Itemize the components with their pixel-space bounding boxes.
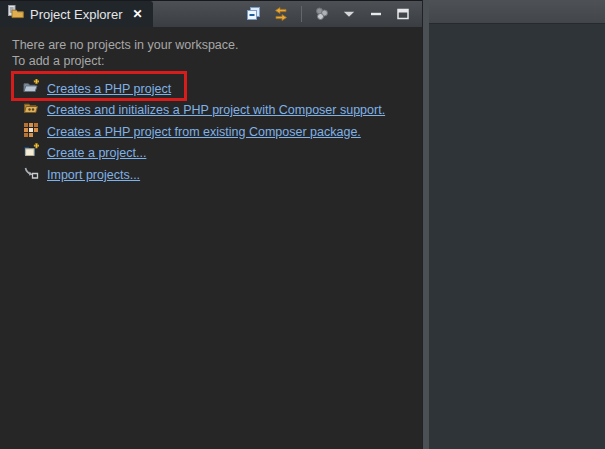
- link-create-composer-php-project[interactable]: Creates and initializes a PHP project wi…: [47, 103, 385, 117]
- project-explorer-icon: [8, 4, 24, 24]
- new-php-project-icon: [23, 79, 39, 99]
- minimize-icon[interactable]: [367, 5, 385, 23]
- link-create-from-composer-package[interactable]: Creates a PHP project from existing Comp…: [47, 125, 361, 139]
- list-item: Import projects...: [12, 164, 410, 186]
- import-projects-icon: [23, 165, 39, 185]
- link-create-php-project[interactable]: Creates a PHP project: [47, 82, 171, 96]
- collapse-all-icon[interactable]: [245, 5, 263, 23]
- workbench: Project Explorer ✕: [0, 0, 605, 449]
- composer-package-icon: [23, 122, 39, 142]
- link-with-editor-icon[interactable]: [272, 5, 290, 23]
- list-item: Creates a PHP project: [12, 78, 410, 100]
- tab-label: Project Explorer: [30, 7, 122, 22]
- toolbar-separator: [301, 6, 302, 22]
- explorer-content: There are no projects in your workspace.…: [0, 27, 422, 186]
- link-import-projects[interactable]: Import projects...: [47, 168, 140, 182]
- link-create-project[interactable]: Create a project...: [47, 146, 146, 160]
- panel-sash[interactable]: [422, 0, 429, 449]
- focus-icon[interactable]: [313, 5, 331, 23]
- project-explorer-panel: Project Explorer ✕: [0, 0, 422, 449]
- editor-tabbar-empty: [429, 0, 605, 24]
- view-tabbar: Project Explorer ✕: [0, 0, 422, 27]
- view-toolbar: [245, 1, 422, 27]
- new-project-icon: [23, 143, 39, 163]
- empty-workspace-message: There are no projects in your workspace.: [12, 37, 410, 53]
- new-composer-php-project-icon: [23, 100, 39, 120]
- editor-area: [429, 0, 605, 449]
- maximize-icon[interactable]: [394, 5, 412, 23]
- list-item: Creates a PHP project from existing Comp…: [12, 121, 410, 143]
- add-project-prompt: To add a project:: [12, 53, 410, 69]
- tab-project-explorer[interactable]: Project Explorer ✕: [0, 1, 153, 27]
- close-icon[interactable]: ✕: [132, 8, 142, 20]
- list-item: Create a project...: [12, 143, 410, 165]
- view-menu-icon[interactable]: [340, 5, 358, 23]
- tabbar-spacer: [153, 1, 245, 27]
- list-item: Creates and initializes a PHP project wi…: [12, 100, 410, 122]
- editor-empty-background: [429, 24, 605, 449]
- wizard-link-list: Creates a PHP project Creates and initia…: [12, 78, 410, 186]
